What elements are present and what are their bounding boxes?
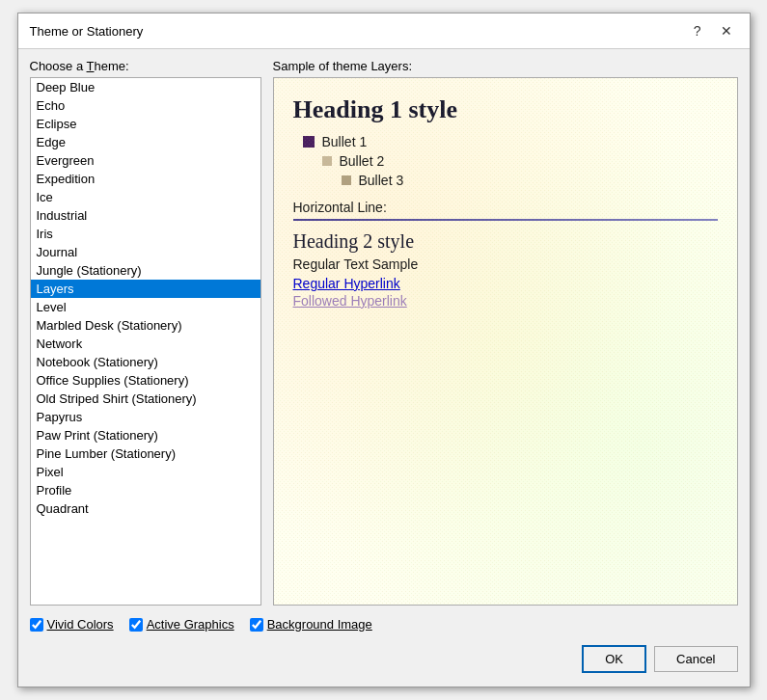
list-item[interactable]: Pixel [31,463,260,481]
right-panel: Sample of theme Layers: Heading 1 style … [273,59,738,606]
bullet2-text: Bullet 2 [340,153,385,169]
theme-list-label: Choose a Theme: [30,59,261,73]
list-item[interactable]: Eclipse [31,115,260,133]
list-item[interactable]: Journal [31,243,260,261]
bullet1-text: Bullet 1 [322,134,368,149]
preview-heading1: Heading 1 style [293,95,718,124]
list-item[interactable]: Jungle (Stationery) [31,261,260,280]
active-graphics-label: Active Graphics [147,617,234,632]
background-image-input[interactable] [250,618,263,632]
preview-heading2: Heading 2 style [293,230,718,253]
bullet3-item: Bullet 3 [342,173,718,188]
list-item[interactable]: Old Striped Shirt (Stationery) [31,390,260,408]
background-image-checkbox[interactable]: Background Image [250,617,372,632]
ok-button[interactable]: OK [582,645,646,673]
vivid-colors-label: Vivid Colors [47,617,114,632]
bullet3-icon [342,175,351,185]
list-item[interactable]: Edge [31,133,260,151]
list-item[interactable]: Papyrus [31,408,260,426]
left-panel: Choose a Theme: Deep BlueEchoEclipseEdge… [30,59,261,606]
theme-list[interactable]: Deep BlueEchoEclipseEdgeEvergreenExpedit… [30,77,261,606]
bullet-list: Bullet 1 Bullet 2 Bullet 3 [303,134,718,188]
regular-text: Regular Text Sample [293,256,718,272]
list-item[interactable]: Layers [31,280,260,298]
list-item[interactable]: Notebook (Stationery) [31,353,260,371]
list-item[interactable]: Profile [31,481,260,499]
list-item[interactable]: Quadrant [31,499,260,518]
cancel-button[interactable]: Cancel [654,646,737,672]
hyperlink-regular[interactable]: Regular Hyperlink [293,276,718,291]
bullet2-item: Bullet 2 [322,153,718,169]
list-item[interactable]: Network [31,335,260,353]
list-item[interactable]: Echo [31,96,260,115]
bullet1-icon [303,136,315,148]
list-item[interactable]: Pine Lumber (Stationery) [31,444,260,463]
hyperlink-followed[interactable]: Followed Hyperlink [293,293,718,309]
active-graphics-checkbox[interactable]: Active Graphics [129,617,234,632]
background-image-label: Background Image [267,617,372,632]
list-item[interactable]: Ice [31,188,260,206]
list-item[interactable]: Marbled Desk (Stationery) [31,316,260,335]
horizontal-line-label: Horizontal Line: [293,200,718,215]
bullet2-icon [322,156,332,166]
footer-row: OK Cancel [30,637,738,677]
vivid-colors-checkbox[interactable]: Vivid Colors [30,617,114,632]
bullet3-text: Bullet 3 [359,173,404,188]
horizontal-rule [293,219,718,221]
list-item[interactable]: Level [31,298,260,316]
theme-stationery-dialog: Theme or Stationery ? ✕ Choose a Theme: … [17,13,751,687]
title-bar: Theme or Stationery ? ✕ [18,13,750,49]
content-row: Choose a Theme: Deep BlueEchoEclipseEdge… [30,59,738,606]
list-item[interactable]: Expedition [31,170,260,188]
checkboxes-row: Vivid Colors Active Graphics Background … [30,617,738,632]
title-bar-controls: ? ✕ [688,21,738,40]
list-item[interactable]: Office Supplies (Stationery) [31,371,260,390]
list-item[interactable]: Evergreen [31,151,260,170]
vivid-colors-input[interactable] [30,618,43,632]
preview-box: Heading 1 style Bullet 1 Bullet 2 Bul [273,77,738,606]
list-item[interactable]: Industrial [31,206,260,225]
list-item[interactable]: Deep Blue [31,78,260,96]
dialog-title: Theme or Stationery [30,24,144,39]
close-button[interactable]: ✕ [715,21,738,40]
horizontal-line-section: Horizontal Line: [293,200,718,221]
dialog-body: Choose a Theme: Deep BlueEchoEclipseEdge… [18,49,750,687]
preview-label: Sample of theme Layers: [273,59,738,73]
bullet1-item: Bullet 1 [303,134,718,149]
help-button[interactable]: ? [688,21,707,40]
active-graphics-input[interactable] [129,618,143,632]
list-item[interactable]: Iris [31,225,260,243]
list-item[interactable]: Paw Print (Stationery) [31,426,260,444]
